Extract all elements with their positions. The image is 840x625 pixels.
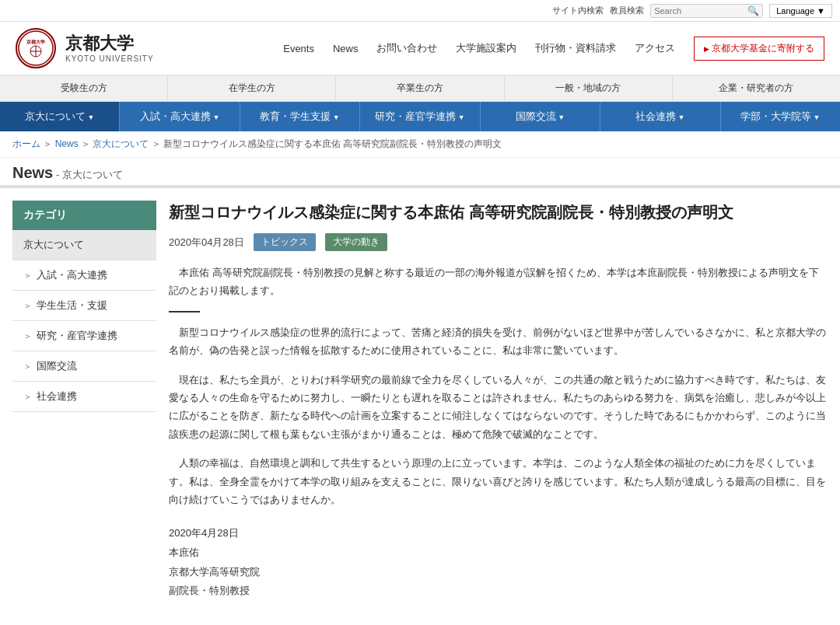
header-nav-facilities[interactable]: 大学施設案内	[456, 41, 516, 55]
sidebar-item-student[interactable]: ＞学生生活・支援	[12, 291, 156, 321]
signature-date: 2020年4月28日	[169, 524, 828, 543]
sub-nav-alumni[interactable]: 卒業生の方	[336, 75, 504, 101]
main-article: 新型コロナウイルス感染症に関する本庶佑 高等研究院副院長・特別教授の声明文 20…	[169, 201, 828, 601]
sidebar-category-header: カテゴリ	[12, 201, 156, 230]
chevron-right-icon: ＞	[23, 392, 32, 401]
header-nav-access[interactable]: アクセス	[635, 41, 675, 55]
sidebar-item-community[interactable]: ＞社会連携	[12, 382, 156, 412]
header-nav-publications[interactable]: 刊行物・資料請求	[535, 41, 616, 55]
header-nav-news[interactable]: News	[333, 43, 359, 54]
article-divider	[169, 311, 200, 312]
breadcrumb-current: 新型コロナウイルス感染症に関する本庶佑 高等研究院副院長・特別教授の声明文	[163, 138, 502, 149]
signature-name: 本庶佑	[169, 543, 828, 563]
header-nav: Events News お問い合わせ 大学施設案内 刊行物・資料請求 アクセス …	[283, 37, 824, 61]
tag-topics[interactable]: トピックス	[254, 233, 316, 251]
main-nav-international[interactable]: 国際交流	[481, 102, 600, 131]
main-nav-about[interactable]: 京大について	[0, 102, 120, 131]
donate-button[interactable]: 京都大学基金に寄附する	[694, 37, 824, 61]
sub-nav-corporate[interactable]: 企業・研究者の方	[673, 75, 840, 101]
tag-university[interactable]: 大学の動き	[325, 233, 387, 251]
breadcrumb-home[interactable]: ホーム	[12, 138, 40, 149]
article-intro: 本庶佑 高等研究院副院長・特別教授の見解と称する最近の一部の海外報道が誤解を招く…	[169, 264, 828, 300]
signature-block: 2020年4月28日 本庶佑 京都大学高等研究院 副院長・特別教授	[169, 524, 828, 601]
chevron-right-icon: ＞	[23, 271, 32, 280]
logo-english: KYOTO UNIVERSITY	[65, 54, 154, 63]
site-search-label: サイト内検索	[552, 5, 604, 16]
logo-svg: 京都大学	[17, 30, 54, 67]
sidebar-item-research[interactable]: ＞研究・産官学連携	[12, 321, 156, 351]
breadcrumb-about[interactable]: 京大について	[93, 138, 149, 149]
breadcrumb: ホーム ＞ News ＞ 京大について ＞ 新型コロナウイルス感染症に関する本庶…	[0, 131, 840, 158]
main-nav-research[interactable]: 研究・産官学連携	[360, 102, 480, 131]
chevron-right-icon: ＞	[23, 331, 32, 340]
sub-nav-prospective[interactable]: 受験生の方	[0, 75, 168, 101]
chevron-right-icon: ＞	[23, 301, 32, 310]
sidebar: カテゴリ 京大について ＞入試・高大連携 ＞学生生活・支援 ＞研究・産官学連携 …	[12, 201, 156, 601]
page-title-bar: News - 京大について	[0, 158, 840, 185]
article-para2: 現在は、私たち全員が、とりわけ科学研究の最前線で全力を尽くしている人々が、この共…	[169, 371, 828, 444]
sidebar-item-about[interactable]: 京大について	[12, 230, 156, 260]
article-body: 本庶佑 高等研究院副院長・特別教授の見解と称する最近の一部の海外報道が誤解を招く…	[169, 264, 828, 601]
article-meta: 2020年04月28日 トピックス 大学の動き	[169, 233, 828, 251]
signature-org: 京都大学高等研究院	[169, 563, 828, 582]
logo-text: 京都大学 KYOTO UNIVERSITY	[65, 33, 154, 62]
logo-area: 京都大学 京都大学 KYOTO UNIVERSITY	[16, 28, 154, 68]
main-nav-faculties[interactable]: 学部・大学院等	[721, 102, 840, 131]
svg-text:京都大学: 京都大学	[26, 39, 45, 44]
article-para1: 新型コロナウイルス感染症の世界的流行によって、苦痛と経済的損失を受け、前例がない…	[169, 323, 828, 360]
page-title-sub: - 京大について	[56, 169, 123, 180]
top-bar: サイト内検索 教員検索 🔍 Language ▼	[0, 0, 840, 22]
main-nav-community[interactable]: 社会連携	[600, 102, 720, 131]
signature-title: 副院長・特別教授	[169, 581, 828, 601]
breadcrumb-news[interactable]: News	[55, 138, 79, 149]
main-nav-education[interactable]: 教育・学生支援	[240, 102, 360, 131]
university-logo: 京都大学	[16, 28, 56, 68]
main-navigation: 京大について 入試・高大連携 教育・学生支援 研究・産官学連携 国際交流 社会連…	[0, 102, 840, 131]
search-wrap: 🔍	[650, 4, 763, 18]
sidebar-item-international[interactable]: ＞国際交流	[12, 351, 156, 382]
language-button[interactable]: Language ▼	[769, 4, 832, 18]
search-input-box[interactable]: 🔍	[650, 4, 763, 18]
content-wrap: カテゴリ 京大について ＞入試・高大連携 ＞学生生活・支援 ＞研究・産官学連携 …	[0, 188, 840, 613]
main-nav-admission[interactable]: 入試・高大連携	[120, 102, 240, 131]
logo-japanese: 京都大学	[65, 33, 154, 54]
site-header: 京都大学 京都大学 KYOTO UNIVERSITY Events News お…	[0, 22, 840, 75]
article-para3: 人類の幸福は、自然環境と調和して共生するという原理の上に立っています。本学は、こ…	[169, 454, 828, 508]
article-date: 2020年04月28日	[169, 236, 244, 250]
sub-navigation: 受験生の方 在学生の方 卒業生の方 一般・地域の方 企業・研究者の方	[0, 75, 840, 102]
faculty-search-label: 教員検索	[610, 5, 644, 16]
search-button[interactable]: 🔍	[747, 5, 759, 16]
article-title: 新型コロナウイルス感染症に関する本庶佑 高等研究院副院長・特別教授の声明文	[169, 201, 828, 224]
sub-nav-public[interactable]: 一般・地域の方	[505, 75, 673, 101]
page-title: News	[12, 164, 53, 181]
chevron-right-icon: ＞	[23, 361, 32, 371]
search-input[interactable]	[654, 6, 747, 16]
header-nav-events[interactable]: Events	[283, 43, 314, 54]
sub-nav-current[interactable]: 在学生の方	[168, 75, 336, 101]
sidebar-item-admission[interactable]: ＞入試・高大連携	[12, 260, 156, 291]
header-nav-contact[interactable]: お問い合わせ	[376, 41, 437, 55]
